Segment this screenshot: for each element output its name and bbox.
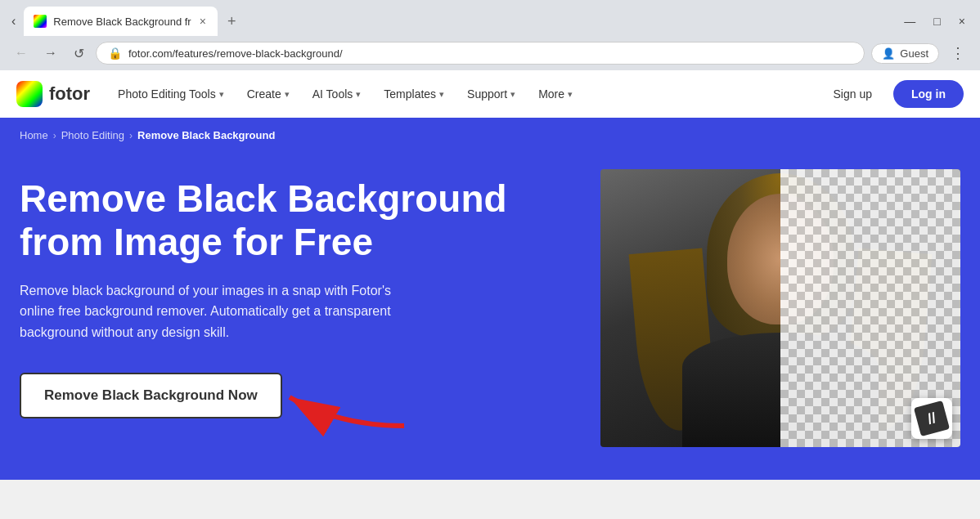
- browser-window: ‹ Remove Black Background fr × + — □ × ←…: [0, 0, 980, 480]
- guest-label: Guest: [900, 47, 928, 60]
- chevron-down-icon: ▾: [568, 89, 573, 100]
- forward-button[interactable]: →: [39, 43, 62, 64]
- nav-ai-tools[interactable]: AI Tools ▾: [301, 70, 373, 118]
- nav-item-label: Photo Editing Tools: [118, 87, 216, 101]
- cta-button[interactable]: Remove Black Background Now: [20, 373, 282, 418]
- nav-item-label: Create: [247, 87, 281, 101]
- window-controls: — □ ×: [896, 11, 973, 31]
- chevron-down-icon: ▾: [510, 89, 515, 100]
- refresh-button[interactable]: ↺: [69, 43, 89, 65]
- minimize-button[interactable]: —: [896, 11, 924, 31]
- new-tab-button[interactable]: +: [221, 10, 243, 34]
- logo-icon: [16, 81, 43, 107]
- breadcrumb-separator: ›: [53, 130, 56, 141]
- signup-button[interactable]: Sign up: [820, 81, 885, 107]
- tab-title: Remove Black Background fr: [53, 16, 191, 28]
- nav-item-label: More: [538, 87, 564, 101]
- active-tab[interactable]: Remove Black Background fr ×: [24, 7, 218, 36]
- hero-section: Home › Photo Editing › Remove Black Back…: [0, 118, 980, 480]
- hero-description: Remove black background of your images i…: [20, 280, 429, 343]
- tool-badge: //: [911, 398, 952, 439]
- url-bar[interactable]: 🔒 fotor.com/features/remove-black-backgr…: [96, 42, 865, 65]
- cta-wrapper: Remove Black Background Now: [20, 373, 282, 418]
- hero-image-area: //: [600, 169, 960, 447]
- chevron-down-icon: ▾: [439, 89, 444, 100]
- nav-item-label: Templates: [384, 87, 436, 101]
- breadcrumb-separator: ›: [129, 130, 133, 141]
- nav-item-label: Support: [467, 87, 507, 101]
- user-icon: 👤: [882, 47, 895, 60]
- page-content: fotor Photo Editing Tools ▾ Create ▾ AI …: [0, 70, 980, 480]
- hero-title: Remove Black Background from Image for F…: [20, 177, 568, 264]
- login-button[interactable]: Log in: [893, 80, 964, 108]
- breadcrumb-current: Remove Black Background: [137, 129, 275, 141]
- url-text: fotor.com/features/remove-black-backgrou…: [128, 47, 852, 60]
- nav-more[interactable]: More ▾: [527, 70, 584, 118]
- nav-support[interactable]: Support ▾: [456, 70, 527, 118]
- nav-actions: Sign up Log in: [820, 80, 964, 108]
- tab-favicon: [34, 15, 47, 28]
- back-button[interactable]: ←: [10, 43, 33, 64]
- nav-create[interactable]: Create ▾: [236, 70, 301, 118]
- breadcrumb-home[interactable]: Home: [20, 129, 48, 141]
- nav-item-label: AI Tools: [312, 87, 353, 101]
- security-icon: 🔒: [108, 47, 122, 60]
- before-after-image: [600, 169, 960, 447]
- nav-templates[interactable]: Templates ▾: [372, 70, 456, 118]
- maximize-button[interactable]: □: [925, 11, 948, 31]
- chevron-down-icon: ▾: [285, 89, 290, 100]
- user-area: 👤 Guest ⋮: [871, 41, 970, 65]
- logo-text: fotor: [49, 83, 90, 105]
- tab-close-button[interactable]: ×: [198, 13, 208, 29]
- breadcrumb-photo-editing[interactable]: Photo Editing: [61, 129, 124, 141]
- hero-content: Remove Black Background from Image for F…: [0, 153, 980, 480]
- address-bar: ← → ↺ 🔒 fotor.com/features/remove-black-…: [0, 36, 980, 70]
- guest-button[interactable]: 👤 Guest: [871, 43, 939, 64]
- tab-list-button[interactable]: ‹: [7, 11, 20, 32]
- top-navigation: fotor Photo Editing Tools ▾ Create ▾ AI …: [0, 70, 980, 118]
- hero-left: Remove Black Background from Image for F…: [20, 169, 568, 418]
- browser-menu-button[interactable]: ⋮: [946, 41, 970, 65]
- chevron-down-icon: ▾: [219, 89, 224, 100]
- tool-icon: //: [914, 400, 950, 436]
- chevron-down-icon: ▾: [356, 89, 361, 100]
- nav-photo-editing-tools[interactable]: Photo Editing Tools ▾: [106, 70, 236, 118]
- nav-menu: Photo Editing Tools ▾ Create ▾ AI Tools …: [106, 70, 820, 118]
- arrow-decoration: [273, 369, 420, 430]
- breadcrumb: Home › Photo Editing › Remove Black Back…: [0, 118, 980, 153]
- close-button[interactable]: ×: [951, 11, 973, 31]
- logo[interactable]: fotor: [16, 81, 90, 107]
